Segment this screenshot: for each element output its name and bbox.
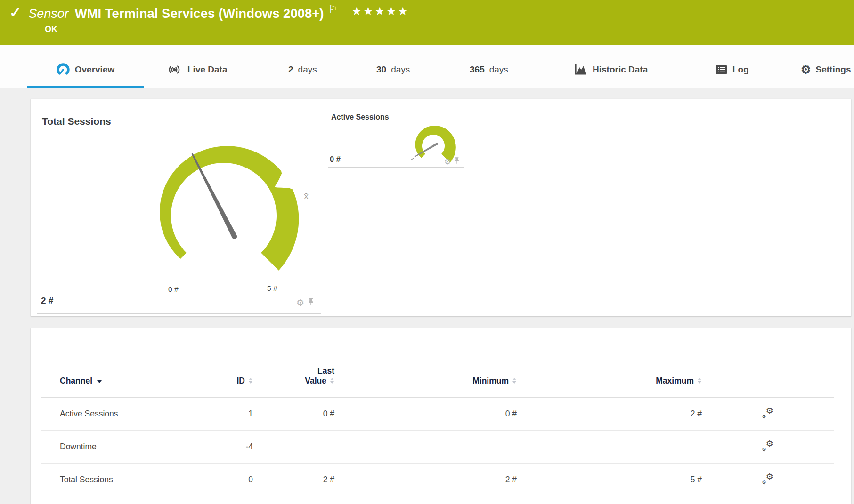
tab-2-days[interactable]: 2 days [288, 45, 317, 88]
priority-stars[interactable]: ★★★★★ [351, 5, 409, 18]
tab-label: Historic Data [593, 64, 648, 75]
tab-label: Overview [75, 64, 115, 75]
column-header-id[interactable]: ID [196, 376, 253, 397]
tab-overview[interactable]: Overview [27, 45, 144, 88]
table-row: Downtime -4 ⚙⚙ [41, 431, 834, 464]
channel-id: 1 [196, 409, 253, 419]
channel-name: Active Sessions [41, 409, 196, 419]
tab-label: days [298, 64, 317, 75]
channel-name: Downtime [41, 442, 196, 452]
gauge-scale-min: 0 # [168, 285, 179, 294]
sort-caret-icon [97, 380, 102, 383]
column-header-actions [702, 386, 834, 397]
priority-flag-icon[interactable]: ⚐ [328, 4, 338, 15]
column-header-minimum[interactable]: Minimum [334, 376, 517, 397]
gauge-average-marker-label: X̄ [304, 192, 309, 200]
tab-days-number: 30 [376, 64, 386, 75]
status-badge: OK [45, 24, 57, 34]
tab-label: days [489, 64, 508, 75]
column-header-channel[interactable]: Channel [41, 376, 196, 397]
table-header-row: Channel ID Last Value Minimum Maximum [41, 355, 834, 398]
sensor-tab-bar: Overview Live Data 2 days 30 days 365 da… [0, 45, 854, 88]
channel-id: 0 [196, 475, 253, 485]
gauge-block-divider [37, 313, 321, 314]
channel-id: -4 [196, 442, 253, 452]
channel-name: Total Sessions [41, 475, 196, 485]
log-list-icon [716, 64, 728, 75]
sort-arrows-icon [512, 378, 517, 384]
channel-last-value: 2 # [253, 475, 334, 485]
gauge-settings-gear-icon[interactable]: ⚙ [444, 157, 451, 166]
gauge-block-divider [328, 167, 464, 168]
tab-days-number: 2 [288, 64, 293, 75]
primary-gauge-value: 2 # [41, 296, 53, 306]
tab-30-days[interactable]: 30 days [376, 45, 410, 88]
channels-table: Channel ID Last Value Minimum Maximum Ac… [41, 355, 834, 496]
channel-minimum: 0 # [334, 409, 517, 419]
tab-label: days [391, 64, 410, 75]
channel-maximum: 5 # [517, 475, 702, 485]
sensor-status-header: ✓ Sensor WMI Terminal Services (Windows … [0, 0, 854, 45]
channel-maximum: 2 # [517, 409, 702, 419]
table-row: Active Sessions 1 0 # 0 # 2 # ⚙⚙ [41, 398, 834, 431]
channel-settings-gears-icon[interactable]: ⚙⚙ [761, 407, 775, 419]
sort-arrows-icon [698, 378, 702, 384]
tab-live-data[interactable]: Live Data [166, 45, 227, 88]
table-row: Total Sessions 0 2 # 2 # 5 # ⚙⚙ [41, 464, 834, 496]
tab-days-number: 365 [470, 64, 485, 75]
gauge-pin-icon[interactable] [454, 157, 460, 166]
overview-gauges-panel: Total Sessions 0 # 5 # 2 # X̄ ⚙ Active S… [31, 99, 851, 316]
channel-minimum: 2 # [334, 475, 517, 485]
object-kind-label: Sensor [28, 5, 69, 23]
sensor-title: WMI Terminal Services (Windows 2008+) [75, 5, 324, 23]
tab-label: Log [732, 64, 749, 75]
channel-settings-gears-icon[interactable]: ⚙⚙ [761, 473, 775, 485]
channels-table-panel: Channel ID Last Value Minimum Maximum Ac… [31, 328, 851, 504]
mini-gauge-value: 0 # [330, 155, 341, 164]
broadcast-icon [166, 64, 183, 76]
gauge-settings-gear-icon[interactable]: ⚙ [296, 298, 304, 307]
tab-label: Live Data [187, 64, 227, 75]
channel-settings-gears-icon[interactable]: ⚙⚙ [761, 440, 775, 452]
status-check-icon: ✓ [9, 5, 21, 21]
sort-arrows-icon [330, 378, 334, 384]
column-header-last-value[interactable]: Last Value [253, 366, 334, 397]
sort-arrows-icon [249, 378, 253, 384]
tab-365-days[interactable]: 365 days [470, 45, 508, 88]
tab-log[interactable]: Log [716, 45, 749, 88]
area-chart-icon [574, 63, 588, 76]
gauge-icon [56, 63, 70, 77]
gauge-chart [31, 99, 851, 316]
tab-historic-data[interactable]: Historic Data [574, 45, 648, 88]
gauge-pin-icon[interactable] [308, 297, 314, 308]
channel-last-value: 0 # [253, 409, 334, 419]
gear-icon: ⚙ [801, 64, 811, 75]
primary-gauge-title: Total Sessions [42, 116, 111, 127]
mini-gauge-title: Active Sessions [331, 113, 389, 121]
column-header-maximum[interactable]: Maximum [517, 376, 702, 397]
tab-label: Settings [816, 64, 851, 75]
gauge-scale-max: 5 # [267, 284, 277, 293]
tab-settings[interactable]: ⚙ Settings [801, 45, 851, 88]
